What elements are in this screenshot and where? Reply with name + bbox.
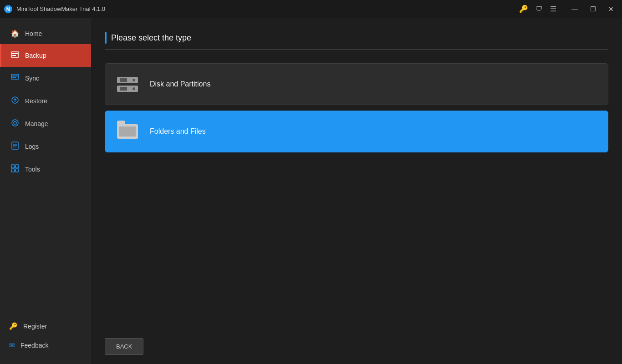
- key-icon[interactable]: 🔑: [519, 5, 528, 13]
- register-item[interactable]: 🔑 Register: [0, 317, 91, 336]
- minimize-button[interactable]: —: [567, 3, 582, 15]
- sidebar-bottom: 🔑 Register ✉ Feedback: [0, 317, 91, 364]
- window-controls: — ❐ ✕: [567, 3, 618, 15]
- svg-rect-4: [12, 55, 16, 56]
- sidebar-label-manage: Manage: [25, 120, 48, 127]
- sidebar-item-restore[interactable]: Restore: [0, 90, 91, 112]
- close-button[interactable]: ✕: [604, 3, 618, 15]
- sidebar-item-sync[interactable]: Sync: [0, 67, 91, 90]
- tools-icon: [10, 164, 20, 174]
- disk-partitions-card[interactable]: Disk and Partitions: [105, 63, 608, 105]
- feedback-mail-icon: ✉: [9, 341, 15, 349]
- header-accent-bar: [105, 32, 107, 44]
- main-layout: 🏠 Home Backup Sync: [0, 18, 622, 364]
- feedback-label: Feedback: [20, 342, 48, 349]
- maximize-button[interactable]: ❐: [586, 3, 600, 15]
- home-icon: 🏠: [10, 29, 20, 38]
- back-button[interactable]: BACK: [105, 338, 143, 355]
- sidebar-label-restore: Restore: [25, 97, 47, 105]
- sidebar-label-logs: Logs: [25, 143, 39, 150]
- manage-icon: [10, 119, 20, 129]
- sidebar-item-logs[interactable]: Logs: [0, 135, 91, 158]
- shield-icon[interactable]: 🛡: [535, 5, 543, 13]
- page-header: Please select the type: [105, 32, 608, 50]
- svg-point-10: [12, 120, 18, 126]
- svg-point-11: [14, 121, 16, 124]
- app-logo: M: [4, 5, 13, 14]
- svg-rect-5: [11, 74, 19, 79]
- disk-card-label: Disk and Partitions: [150, 80, 210, 88]
- svg-rect-2: [11, 52, 19, 57]
- svg-rect-6: [12, 76, 18, 76]
- svg-rect-16: [11, 165, 15, 168]
- sidebar-label-sync: Sync: [25, 75, 39, 82]
- sidebar-item-manage[interactable]: Manage: [0, 112, 91, 135]
- content-area: Please select the type Disk and Partitio…: [91, 18, 622, 364]
- folder-icon: [116, 120, 139, 143]
- backup-icon: [10, 51, 20, 61]
- title-bar: M MiniTool ShadowMaker Trial 4.1.0 🔑 🛡 ☰…: [0, 0, 622, 18]
- svg-rect-3: [12, 53, 18, 54]
- register-key-icon: 🔑: [9, 322, 18, 330]
- sidebar-item-home[interactable]: 🏠 Home: [0, 23, 91, 44]
- sync-icon: [10, 73, 20, 83]
- sidebar-item-backup[interactable]: Backup: [0, 44, 91, 67]
- svg-text:M: M: [6, 7, 10, 12]
- svg-rect-18: [11, 169, 15, 172]
- menu-icon[interactable]: ☰: [550, 5, 556, 13]
- svg-rect-7: [12, 77, 16, 78]
- sidebar-item-tools[interactable]: Tools: [0, 158, 91, 181]
- page-title: Please select the type: [111, 33, 191, 43]
- app-title: MiniTool ShadowMaker Trial 4.1.0: [16, 5, 105, 12]
- sidebar-label-tools: Tools: [25, 166, 40, 173]
- sidebar-label-home: Home: [25, 30, 42, 37]
- type-selection-cards: Disk and Partitions Folders and Files: [105, 63, 608, 152]
- register-label: Register: [23, 323, 47, 330]
- logs-icon: [10, 142, 20, 152]
- feedback-item[interactable]: ✉ Feedback: [0, 336, 91, 355]
- sidebar-label-backup: Backup: [25, 52, 46, 59]
- svg-rect-17: [15, 165, 19, 168]
- disk-icon: [116, 73, 139, 96]
- folders-files-card[interactable]: Folders and Files: [105, 111, 608, 152]
- title-bar-controls: 🔑 🛡 ☰ — ❐ ✕: [519, 3, 618, 15]
- svg-rect-19: [15, 169, 19, 172]
- folders-card-label: Folders and Files: [150, 127, 206, 136]
- sidebar: 🏠 Home Backup Sync: [0, 18, 91, 364]
- restore-icon: [10, 96, 20, 106]
- title-bar-left: M MiniTool ShadowMaker Trial 4.1.0: [4, 5, 105, 14]
